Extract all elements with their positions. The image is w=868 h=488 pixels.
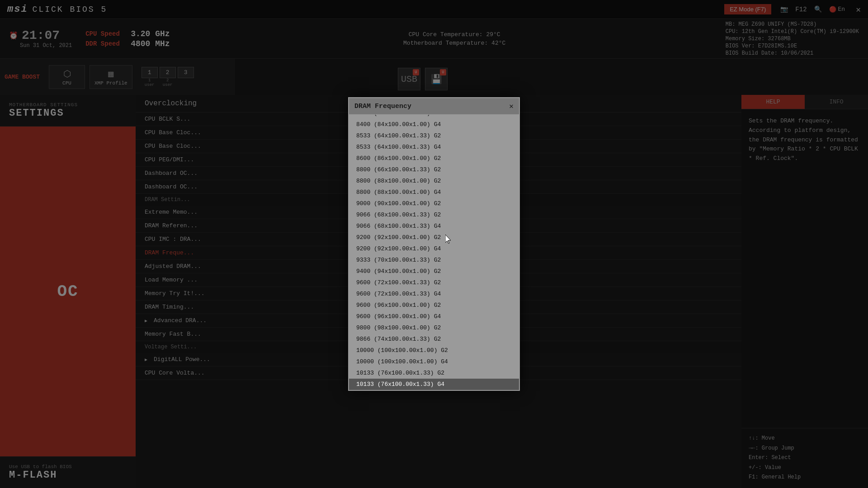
modal-header: DRAM Frequency ✕	[349, 98, 519, 115]
modal-list-items[interactable]: 8000 (80x100.00x1.00) G48200 (82x100.00x…	[349, 115, 519, 390]
modal-overlay: DRAM Frequency ✕ 8000 (80x100.00x1.00) G…	[0, 0, 868, 488]
modal-item-20[interactable]: 9600 (96x100.00x1.00) G2	[349, 300, 519, 311]
modal-item-5[interactable]: 8533 (64x100.00x1.33) G2	[349, 130, 519, 141]
modal-item-8[interactable]: 8800 (66x100.00x1.33) G2	[349, 164, 519, 175]
modal-item-7[interactable]: 8600 (86x100.00x1.00) G2	[349, 153, 519, 164]
modal-item-23[interactable]: 9866 (74x100.00x1.33) G2	[349, 333, 519, 345]
modal-list: 8000 (80x100.00x1.00) G48200 (82x100.00x…	[349, 115, 519, 390]
modal-item-19[interactable]: 9600 (72x100.00x1.33) G4	[349, 288, 519, 300]
modal-item-14[interactable]: 9200 (92x100.00x1.00) G2	[349, 232, 519, 243]
modal-item-15[interactable]: 9200 (92x100.00x1.00) G4	[349, 243, 519, 254]
modal-item-13[interactable]: 9066 (68x100.00x1.33) G4	[349, 221, 519, 232]
modal-item-27[interactable]: 10133 (76x100.00x1.33) G4	[349, 379, 519, 390]
modal-item-3[interactable]: 8400 (84x100.00x1.00) G2	[349, 115, 519, 119]
modal-item-24[interactable]: 10000 (100x100.00x1.00) G2	[349, 345, 519, 356]
modal-item-12[interactable]: 9066 (68x100.00x1.33) G2	[349, 209, 519, 221]
modal-item-25[interactable]: 10000 (100x100.00x1.00) G4	[349, 356, 519, 367]
modal-item-4[interactable]: 8400 (84x100.00x1.00) G4	[349, 119, 519, 130]
modal-close-button[interactable]: ✕	[509, 102, 514, 111]
modal-item-21[interactable]: 9600 (96x100.00x1.00) G4	[349, 311, 519, 322]
modal-item-17[interactable]: 9400 (94x100.00x1.00) G2	[349, 266, 519, 277]
modal-item-16[interactable]: 9333 (70x100.00x1.33) G2	[349, 254, 519, 266]
dram-frequency-modal: DRAM Frequency ✕ 8000 (80x100.00x1.00) G…	[348, 97, 520, 391]
modal-title: DRAM Frequency	[354, 103, 411, 110]
modal-item-22[interactable]: 9800 (98x100.00x1.00) G2	[349, 322, 519, 333]
modal-item-18[interactable]: 9600 (72x100.00x1.33) G2	[349, 277, 519, 288]
modal-item-9[interactable]: 8800 (88x100.00x1.00) G2	[349, 175, 519, 187]
modal-item-6[interactable]: 8533 (64x100.00x1.33) G4	[349, 141, 519, 153]
modal-item-10[interactable]: 8800 (88x100.00x1.00) G4	[349, 187, 519, 198]
modal-item-11[interactable]: 9000 (90x100.00x1.00) G2	[349, 198, 519, 209]
modal-item-26[interactable]: 10133 (76x100.00x1.33) G2	[349, 367, 519, 379]
